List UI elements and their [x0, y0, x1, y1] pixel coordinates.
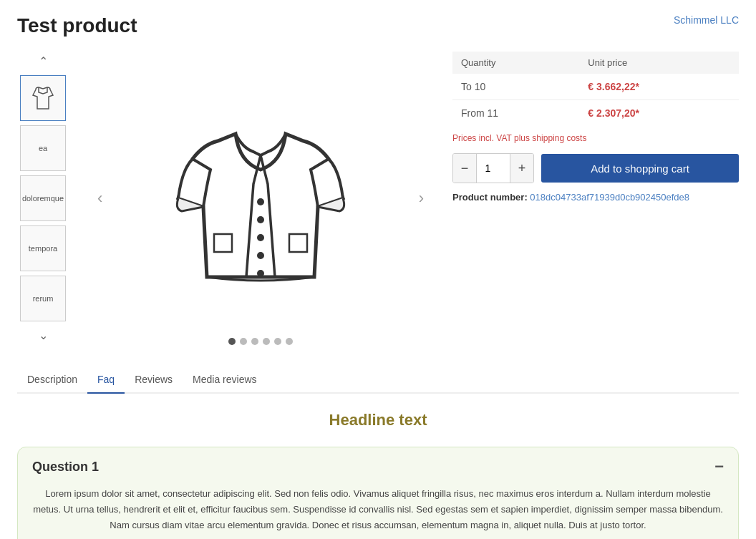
pricing-section: Quantity Unit price To 10 € 3.662,22* Fr…: [452, 52, 739, 345]
headline-text: Headline text: [17, 411, 739, 429]
price-row-1: From 11 € 2.307,20*: [452, 100, 739, 127]
page-header: Test product Schimmel LLC: [17, 14, 739, 37]
vat-note[interactable]: Prices incl. VAT plus shipping costs: [452, 133, 739, 143]
qty-decrease-button[interactable]: −: [453, 154, 476, 183]
faq-toggle-0[interactable]: −: [714, 459, 724, 475]
qty-increase-button[interactable]: +: [510, 154, 533, 183]
faq-item-0: Question 1 − Lorem ipsum dolor sit amet,…: [17, 447, 739, 539]
price-row-0: To 10 € 3.662,22*: [452, 74, 739, 100]
company-name: Schimmel LLC: [674, 14, 739, 26]
svg-point-4: [257, 198, 264, 205]
thumbnail-1-label: ea: [39, 144, 47, 152]
product-section: ⌃ ea doloremque tempora rerum ⌄: [17, 52, 739, 345]
price-table: Quantity Unit price To 10 € 3.662,22* Fr…: [452, 52, 739, 126]
price-value-1: € 2.307,20*: [579, 100, 739, 127]
dot-5[interactable]: [286, 338, 293, 345]
tab-description[interactable]: Description: [17, 366, 87, 394]
svg-point-1: [257, 234, 264, 241]
product-number-label: Product number:: [452, 192, 528, 203]
tabs: Description Faq Reviews Media reviews: [17, 366, 739, 394]
main-image-area: ‹: [90, 52, 431, 345]
thumbnail-3[interactable]: tempora: [20, 225, 66, 271]
thumbnail-2-label: doloremque: [22, 194, 64, 203]
unit-price-header: Unit price: [579, 52, 739, 74]
vat-note-link[interactable]: Prices incl. VAT plus shipping costs: [452, 133, 586, 143]
dot-4[interactable]: [274, 338, 281, 345]
page-title: Test product: [17, 14, 137, 37]
quantity-header: Quantity: [452, 52, 579, 74]
dot-0[interactable]: [228, 338, 236, 345]
faq-question-0[interactable]: Question 1 −: [18, 447, 738, 486]
price-value-0: € 3.662,22*: [579, 74, 739, 100]
product-number-value: 018dc04733af71939d0cb902450efde8: [530, 192, 689, 203]
quantity-input[interactable]: [476, 154, 510, 183]
faq-list: Question 1 − Lorem ipsum dolor sit amet,…: [17, 447, 739, 539]
main-image: [125, 77, 397, 320]
faq-question-0-text: Question 1: [32, 460, 99, 475]
tab-reviews[interactable]: Reviews: [125, 366, 183, 394]
tab-media-reviews[interactable]: Media reviews: [183, 366, 266, 394]
thumbnail-4-label: rerum: [33, 294, 54, 303]
thumbnail-3-label: tempora: [29, 244, 57, 253]
svg-point-2: [257, 252, 264, 259]
svg-point-0: [257, 216, 264, 223]
tab-faq[interactable]: Faq: [87, 366, 125, 394]
cart-row: − + Add to shopping cart: [452, 153, 739, 183]
quantity-control: − +: [452, 153, 534, 183]
next-image-button[interactable]: ›: [412, 182, 431, 215]
thumbnail-1[interactable]: ea: [20, 125, 66, 171]
thumbnail-0[interactable]: [20, 75, 66, 121]
dot-3[interactable]: [263, 338, 270, 345]
dot-1[interactable]: [240, 338, 247, 345]
svg-point-3: [257, 270, 264, 277]
prev-image-button[interactable]: ‹: [90, 182, 110, 215]
thumbnail-list: ⌃ ea doloremque tempora rerum ⌄: [17, 52, 69, 345]
product-number: Product number: 018dc04733af71939d0cb902…: [452, 192, 739, 203]
qty-label-0: To 10: [452, 74, 579, 100]
image-dots: [228, 338, 293, 345]
add-to-cart-button[interactable]: Add to shopping cart: [541, 154, 739, 183]
faq-answer-0-text: Lorem ipsum dolor sit amet, consectetur …: [33, 488, 723, 530]
thumb-nav-up[interactable]: ⌃: [36, 52, 51, 71]
thumbnail-2[interactable]: doloremque: [20, 175, 66, 221]
faq-answer-0: Lorem ipsum dolor sit amet, consectetur …: [18, 486, 738, 539]
qty-label-1: From 11: [452, 100, 579, 127]
thumb-nav-down[interactable]: ⌄: [36, 326, 51, 345]
dot-2[interactable]: [251, 338, 258, 345]
thumbnail-4[interactable]: rerum: [20, 276, 66, 321]
